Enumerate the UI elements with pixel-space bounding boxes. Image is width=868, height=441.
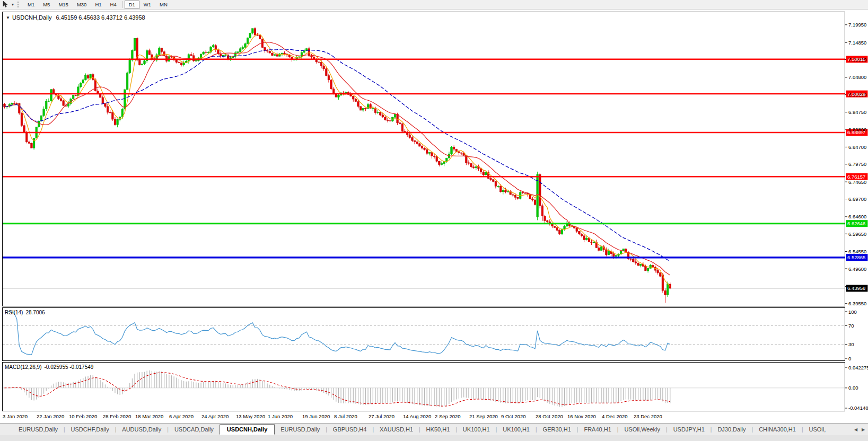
level-price-label: 6.52865 bbox=[847, 254, 865, 260]
chart-tab-usoil-[interactable]: USOil, bbox=[803, 425, 831, 434]
tab-nav: ◀ ▶ bbox=[850, 424, 867, 435]
chart-tab-eurusd-daily[interactable]: EURUSD,Daily bbox=[13, 425, 64, 434]
svg-text:0.042275: 0.042275 bbox=[848, 365, 868, 371]
tab-scroll-left-icon[interactable]: ◀ bbox=[852, 426, 860, 434]
chart-tab-dj30-daily[interactable]: DJ30,Daily bbox=[712, 425, 751, 434]
svg-text:30: 30 bbox=[848, 341, 854, 347]
date-label: 23 Dec 2020 bbox=[634, 413, 662, 419]
status-strip bbox=[0, 435, 868, 441]
rsi-indicator-label: RSI(14)28.7006 bbox=[5, 310, 48, 315]
chart-tab-usdchf-daily[interactable]: USDCHF,Daily bbox=[65, 425, 115, 434]
svg-text:6.94750: 6.94750 bbox=[848, 109, 866, 115]
date-label: 13 May 2020 bbox=[236, 413, 265, 419]
date-label: 28 Oct 2020 bbox=[536, 413, 563, 419]
price-chart-canvas[interactable]: 7.199507.148507.099007.048006.998506.947… bbox=[0, 0, 868, 423]
svg-text:6.59650: 6.59650 bbox=[848, 231, 866, 237]
svg-text:6.84700: 6.84700 bbox=[848, 144, 866, 150]
date-label: 21 Sep 2020 bbox=[469, 413, 498, 419]
svg-text:-0.04148: -0.04148 bbox=[848, 405, 868, 411]
symbol-dropdown-icon[interactable]: ▼ bbox=[6, 15, 10, 20]
svg-text:100: 100 bbox=[848, 309, 857, 315]
svg-text:0.00: 0.00 bbox=[848, 385, 858, 391]
chart-tab-hk50-h1[interactable]: HK50,H1 bbox=[420, 425, 456, 434]
level-price-label: 6.88897 bbox=[847, 129, 865, 135]
date-label: 14 Aug 2020 bbox=[403, 413, 431, 419]
svg-text:70: 70 bbox=[848, 323, 854, 329]
level-price-label: 7.10011 bbox=[847, 56, 865, 62]
rsi-title: RSI(14) bbox=[5, 310, 23, 315]
date-label: 2 Sep 2020 bbox=[435, 413, 461, 419]
chart-tab-usdjpy-h1[interactable]: USDJPY,H1 bbox=[668, 425, 711, 434]
panel-splitter[interactable] bbox=[2, 360, 845, 362]
chart-tab-fra40-h1[interactable]: FRA40,H1 bbox=[578, 425, 617, 434]
svg-text:6.49600: 6.49600 bbox=[848, 266, 866, 272]
svg-text:0: 0 bbox=[848, 356, 851, 361]
mt4-window: ▼ M1M5M15M30H1H4D1W1MN ▼USDCNH,Daily6.45… bbox=[0, 0, 868, 441]
svg-text:6.74650: 6.74650 bbox=[848, 179, 866, 185]
chart-tab-bar: EURUSD,Daily|USDCHF,Daily|AUDUSD,Daily|U… bbox=[0, 423, 868, 435]
date-label: 9 Oct 2020 bbox=[501, 413, 525, 419]
chart-tab-uk100-h1[interactable]: UK100,H1 bbox=[497, 425, 536, 434]
date-label: 6 Apr 2020 bbox=[169, 413, 194, 419]
chart-tab-uk100-h1[interactable]: UK100,H1 bbox=[457, 425, 496, 434]
svg-text:6.39550: 6.39550 bbox=[848, 301, 866, 306]
date-label: 27 Jul 2020 bbox=[369, 413, 394, 419]
level-price-label: 6.76157 bbox=[847, 174, 865, 180]
level-price-label: 6.62646 bbox=[847, 220, 865, 226]
chart-tab-gbpusd-h4[interactable]: GBPUSD,H4 bbox=[327, 425, 373, 434]
level-price-label: 6.43958 bbox=[847, 285, 865, 291]
svg-text:6.54550: 6.54550 bbox=[848, 249, 866, 254]
ohlc-values: 6.45159 6.45633 6.43712 6.43958 bbox=[56, 14, 145, 21]
rsi-value: 28.7006 bbox=[25, 310, 45, 315]
svg-text:7.04800: 7.04800 bbox=[848, 74, 866, 80]
date-label: 1 Jun 2020 bbox=[268, 413, 293, 419]
level-price-label: 7.00029 bbox=[847, 91, 865, 97]
chart-tab-xauusd-h1[interactable]: XAUUSD,H1 bbox=[374, 425, 419, 434]
date-label: 18 Mar 2020 bbox=[135, 413, 163, 419]
date-label: 8 Jul 2020 bbox=[334, 413, 357, 419]
date-label: 19 Jun 2020 bbox=[302, 413, 330, 419]
panel-splitter[interactable] bbox=[2, 306, 845, 307]
svg-text:6.64600: 6.64600 bbox=[848, 214, 866, 219]
macd-title: MACD(12,26,9) bbox=[5, 364, 41, 370]
symbol-period-label: USDCNH,Daily bbox=[12, 14, 52, 21]
chart-tab-china300-h1[interactable]: CHINA300,H1 bbox=[753, 425, 802, 434]
date-label: 3 Jan 2020 bbox=[3, 413, 28, 419]
date-label: 28 Feb 2020 bbox=[103, 413, 131, 419]
chart-tab-usdcnh-daily[interactable]: USDCNH,Daily bbox=[220, 424, 275, 435]
date-label: 10 Feb 2020 bbox=[69, 413, 97, 419]
chart-tab-usdcad-daily[interactable]: USDCAD,Daily bbox=[169, 425, 220, 434]
date-label: 16 Nov 2020 bbox=[567, 413, 596, 419]
date-axis: 3 Jan 202022 Jan 202010 Feb 202028 Feb 2… bbox=[0, 412, 868, 423]
svg-text:7.14850: 7.14850 bbox=[848, 40, 866, 46]
chart-title: ▼USDCNH,Daily6.45159 6.45633 6.43712 6.4… bbox=[6, 14, 145, 21]
date-label: 24 Apr 2020 bbox=[201, 413, 229, 419]
chart-tab-usoil-weekly[interactable]: USOil,Weekly bbox=[618, 425, 666, 434]
chart-tab-audusd-daily[interactable]: AUDUSD,Daily bbox=[116, 425, 167, 434]
chart-tab-ger30-h1[interactable]: GER30,H1 bbox=[537, 425, 577, 434]
date-label: 4 Dec 2020 bbox=[602, 413, 628, 419]
date-label: 22 Jan 2020 bbox=[37, 413, 64, 419]
tab-scroll-right-icon[interactable]: ▶ bbox=[860, 426, 867, 434]
svg-text:6.69700: 6.69700 bbox=[848, 196, 866, 202]
chart-tab-eurusd-daily[interactable]: EURUSD,Daily bbox=[275, 425, 326, 434]
macd-values: -0.025955 -0.017549 bbox=[44, 364, 93, 370]
svg-text:6.79750: 6.79750 bbox=[848, 161, 866, 167]
svg-text:7.19950: 7.19950 bbox=[848, 22, 866, 28]
macd-indicator-label: MACD(12,26,9)-0.025955 -0.017549 bbox=[5, 364, 96, 370]
